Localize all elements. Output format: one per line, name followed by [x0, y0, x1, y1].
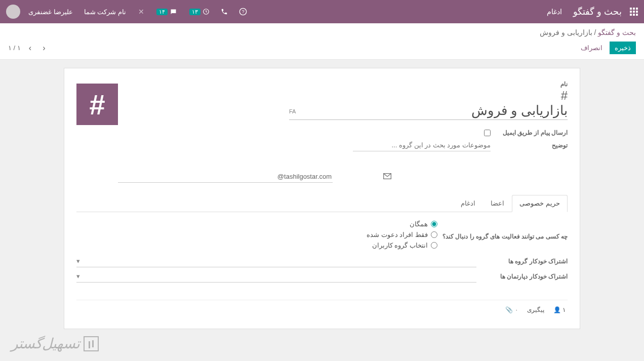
- user-name[interactable]: علیرضا غضنفری: [25, 8, 76, 16]
- help-icon[interactable]: ?: [235, 0, 251, 23]
- breadcrumb-current: بازاریابی و فروش: [540, 28, 592, 36]
- tab-privacy[interactable]: حریم خصوصی: [512, 195, 568, 212]
- envelope-icon: [383, 172, 391, 181]
- pager-value: ۱ / ۱: [8, 44, 21, 52]
- channel-name-input[interactable]: [300, 103, 568, 118]
- privacy-group-label: انتخاب گروه کاربران: [372, 242, 428, 249]
- followers-count[interactable]: 👤 ۱: [553, 306, 566, 313]
- chevron-down-icon: ▾: [76, 272, 80, 280]
- pager-prev-icon[interactable]: ‹: [26, 44, 34, 53]
- control-panel: بحث و گفتگو / بازاریابی و فروش ذخیره انص…: [0, 23, 644, 60]
- email-send-checkbox[interactable]: [484, 130, 491, 136]
- tab-content-privacy: چه کسی می توانند فعالیت های گروه را دنبا…: [76, 212, 568, 290]
- pager: ۱ / ۱ ‹ ›: [8, 44, 49, 53]
- menu-merge[interactable]: ادغام: [540, 0, 569, 23]
- activity-badge: ۱۳: [189, 9, 200, 15]
- apps-menu-icon[interactable]: [630, 8, 638, 16]
- tab-members[interactable]: اعضا: [483, 195, 512, 212]
- chevron-down-icon: ▾: [76, 257, 80, 265]
- follow-button[interactable]: پیگیری: [527, 306, 544, 313]
- privacy-all-radio[interactable]: [431, 221, 437, 227]
- breadcrumb: بحث و گفتگو / بازاریابی و فروش: [8, 28, 636, 38]
- hash-icon: #: [118, 89, 568, 103]
- privacy-invited-label: فقط افراد دعوت شده: [367, 231, 428, 238]
- discard-button[interactable]: انصراف: [576, 42, 608, 54]
- form-sheet: نام # FA ارسال پیام از طریق ایمیل توضیح: [64, 68, 580, 329]
- activity-icon[interactable]: ۱۳: [184, 0, 214, 23]
- email-send-label: ارسال پیام از طریق ایمیل: [497, 129, 568, 136]
- attachment-icon[interactable]: 📎 ۰: [505, 306, 517, 313]
- chat-icon[interactable]: ۱۴: [151, 0, 181, 23]
- avatar[interactable]: [6, 5, 20, 19]
- privacy-invited-radio[interactable]: [431, 231, 437, 238]
- email-alias-input[interactable]: [118, 171, 276, 182]
- chatter-footer: 📎 ۰ پیگیری 👤 ۱: [76, 300, 568, 319]
- pager-next-icon[interactable]: ›: [39, 44, 48, 53]
- chat-badge: ۱۴: [156, 9, 168, 15]
- tabs: حریم خصوصی اعضا ادغام: [76, 195, 568, 212]
- lang-tag: FA: [289, 108, 296, 118]
- save-button[interactable]: ذخیره: [610, 42, 636, 54]
- privacy-group-radio[interactable]: [431, 242, 437, 249]
- auto-groups-label: اشتراک خودکار گروه ها: [481, 258, 568, 265]
- tab-merge[interactable]: ادغام: [453, 195, 483, 212]
- channel-icon[interactable]: #: [76, 84, 118, 125]
- phone-icon[interactable]: [217, 0, 232, 23]
- settings-icon[interactable]: ✕: [134, 0, 148, 23]
- description-input[interactable]: [353, 139, 491, 151]
- privacy-all-label: همگان: [410, 220, 428, 228]
- module-title: بحث و گفتگو: [573, 6, 622, 17]
- top-navbar: بحث و گفتگو ادغام ? ۱۳ ۱۴ ✕ نام شرکت شما…: [0, 0, 644, 23]
- auto-groups-select[interactable]: ▾: [76, 255, 476, 267]
- company-name[interactable]: نام شرکت شما: [79, 8, 131, 16]
- svg-text:?: ?: [242, 9, 244, 14]
- description-label: توضیح: [497, 142, 568, 149]
- privacy-question-label: چه کسی می توانند فعالیت های گروه را دنبا…: [442, 233, 568, 240]
- breadcrumb-parent[interactable]: بحث و گفتگو: [598, 28, 636, 36]
- auto-depts-select[interactable]: ▾: [76, 270, 476, 283]
- name-label: نام: [118, 81, 568, 88]
- auto-depts-label: اشتراک خودکار دپارتمان ها: [481, 273, 568, 280]
- email-suffix: @tashilgostar.com: [276, 171, 333, 182]
